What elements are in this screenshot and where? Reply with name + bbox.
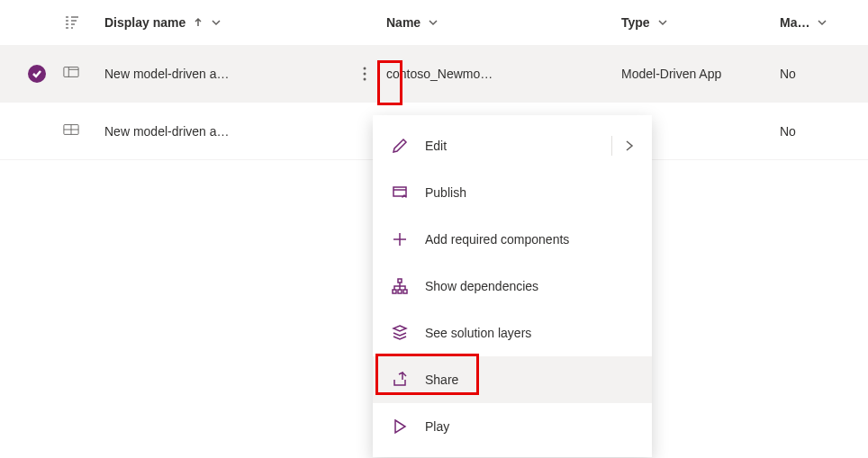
- table-row[interactable]: New model-driven a… contoso_Newmo… Model…: [0, 45, 868, 103]
- svg-point-3: [364, 67, 366, 69]
- menu-item-label: Edit: [425, 139, 447, 153]
- column-header-sort-icon[interactable]: [63, 13, 104, 31]
- submenu-indicator[interactable]: [611, 136, 634, 156]
- column-header-label: Display name: [104, 15, 185, 30]
- model-driven-app-icon: [63, 66, 79, 81]
- divider: [611, 136, 612, 156]
- display-name-text: New model-driven a…: [104, 124, 343, 139]
- column-header-label: Name: [386, 15, 420, 30]
- svg-point-4: [364, 72, 366, 75]
- menu-item-share[interactable]: Share: [373, 356, 652, 403]
- menu-item-solution-layers[interactable]: See solution layers: [373, 310, 652, 356]
- menu-item-label: Add required components: [425, 232, 569, 247]
- display-name-text: New model-driven a…: [104, 67, 343, 81]
- menu-item-label: See solution layers: [425, 326, 531, 340]
- menu-item-play[interactable]: Play: [373, 403, 652, 450]
- plus-icon: [391, 231, 409, 247]
- dependencies-icon: [391, 278, 409, 294]
- play-icon: [391, 418, 409, 435]
- display-name-cell: New model-driven a…: [104, 59, 386, 88]
- column-header-type[interactable]: Type: [621, 15, 780, 30]
- chevron-down-icon: [817, 17, 827, 28]
- row-type-icon-cell: [63, 123, 104, 139]
- edit-icon: [391, 138, 409, 154]
- svg-rect-0: [64, 67, 78, 77]
- svg-rect-14: [393, 290, 396, 293]
- column-header-label: Type: [621, 15, 650, 30]
- chevron-down-icon: [657, 17, 668, 28]
- menu-item-label: Publish: [425, 185, 466, 200]
- row-type-icon-cell: [63, 66, 104, 81]
- layers-icon: [391, 325, 409, 341]
- table-header-row: Display name Name Type Ma…: [0, 0, 868, 45]
- column-header-managed[interactable]: Ma…: [780, 15, 857, 30]
- selected-check-icon: [28, 65, 46, 83]
- display-name-cell: New model-driven a…: [104, 117, 386, 146]
- row-context-menu: Edit Publish Add required components Sho…: [373, 115, 652, 457]
- menu-item-label: Play: [425, 419, 449, 434]
- menu-item-publish[interactable]: Publish: [373, 169, 652, 216]
- svg-rect-13: [398, 279, 402, 283]
- managed-cell: No: [780, 67, 857, 81]
- row-select[interactable]: [11, 65, 63, 83]
- share-icon: [391, 372, 409, 388]
- type-cell: Model-Driven App: [621, 67, 780, 81]
- menu-item-show-dependencies[interactable]: Show dependencies: [373, 263, 652, 310]
- publish-icon: [391, 184, 409, 201]
- svg-rect-16: [403, 290, 407, 293]
- model-driven-app-icon: [63, 123, 79, 139]
- sort-asc-icon: [193, 17, 203, 28]
- chevron-right-icon: [625, 139, 634, 152]
- column-header-name[interactable]: Name: [386, 15, 621, 30]
- name-cell: contoso_Newmo…: [386, 67, 621, 81]
- column-header-label: Ma…: [780, 15, 809, 30]
- managed-cell: No: [780, 124, 857, 139]
- menu-item-add-components[interactable]: Add required components: [373, 216, 652, 263]
- chevron-down-icon: [211, 17, 222, 28]
- more-actions-button[interactable]: [350, 59, 379, 88]
- column-header-display-name[interactable]: Display name: [104, 15, 386, 30]
- menu-item-label: Show dependencies: [425, 279, 538, 293]
- svg-point-5: [364, 77, 366, 80]
- menu-item-label: Share: [425, 373, 458, 387]
- svg-rect-15: [398, 290, 402, 293]
- menu-item-edit[interactable]: Edit: [373, 122, 652, 169]
- chevron-down-icon: [428, 17, 439, 28]
